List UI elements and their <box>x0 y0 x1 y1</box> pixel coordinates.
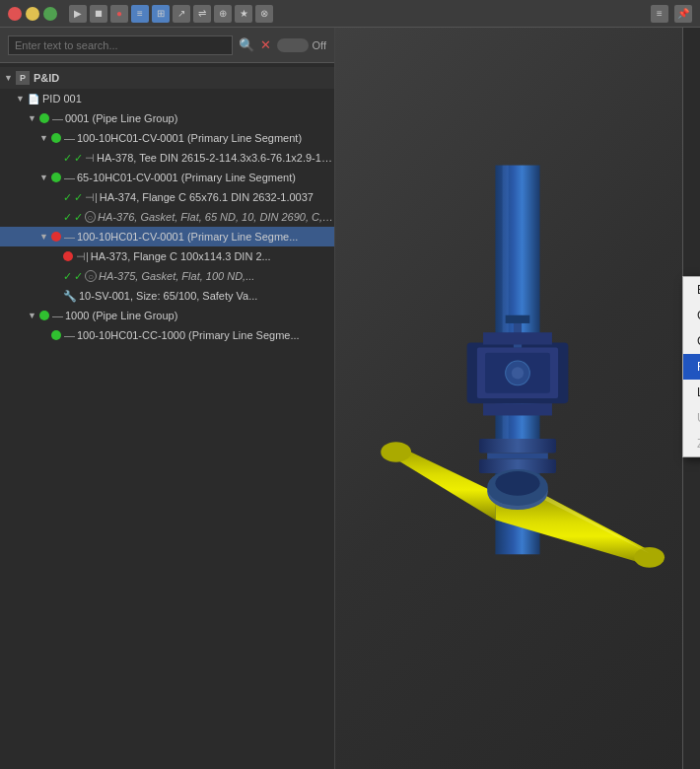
toolbar-icon-8[interactable]: ⊕ <box>214 5 232 23</box>
svg-point-18 <box>634 547 665 568</box>
right-panel: PLANTSPECDRIVEN Expand all Collapse Coll… <box>335 28 700 769</box>
status-dot-1000 <box>39 311 49 320</box>
search-bar: 🔍 ✕ Off <box>0 28 334 63</box>
label-ha375: HA-375, Gasket, Flat, 100 ND,... <box>99 270 254 282</box>
toolbar-icon-4[interactable]: ≡ <box>131 5 149 23</box>
context-menu-item-expand-all[interactable]: Expand all <box>683 277 700 303</box>
tree-item-cv0001-a[interactable]: ▼ — 100-10HC01-CV-0001 (Primary Line Seg… <box>0 128 334 148</box>
pid-icon: P <box>16 71 30 85</box>
toolbar-icon-1[interactable]: ▶ <box>69 5 87 23</box>
status-dot-0001 <box>39 113 49 123</box>
dash-cc1000: — <box>64 329 75 341</box>
menu-button[interactable]: ≡ <box>651 5 668 23</box>
svg-rect-8 <box>506 315 530 323</box>
clear-search-icon[interactable]: ✕ <box>260 37 271 52</box>
toolbar-icon-9[interactable]: ★ <box>235 5 252 23</box>
label-1000: 1000 (Pipe Line Group) <box>65 310 177 321</box>
context-menu-item-route[interactable]: Route <box>683 354 700 380</box>
svg-point-23 <box>495 471 539 496</box>
tree-item-ha376[interactable]: ✓ ✓ ○ HA-376, Gasket, Flat, 65 ND, 10, D… <box>0 207 334 227</box>
check2-ha378: ✓ <box>74 152 83 165</box>
expand-arrow-0001: ▼ <box>28 113 37 123</box>
dash-1000: — <box>52 310 63 321</box>
tree-item-sv001[interactable]: 🔧 10-SV-001, Size: 65/100, Safety Va... <box>0 286 334 306</box>
pipe-svg <box>335 28 700 769</box>
svg-marker-17 <box>396 445 496 520</box>
tree-item-ha375[interactable]: ✓ ✓ ○ HA-375, Gasket, Flat, 100 ND,... <box>0 266 334 286</box>
tree-item-0001[interactable]: ▼ — 0001 (Pipe Line Group) <box>0 108 334 128</box>
tree-item-pid001[interactable]: ▼ 📄 PID 001 <box>0 89 334 108</box>
root-label: P&ID <box>34 72 59 84</box>
check2-ha375: ✓ <box>74 270 83 283</box>
plus-ha374: ⊣| <box>85 191 98 204</box>
search-icon[interactable]: 🔍 <box>239 37 254 52</box>
context-menu: Expand all Collapse Collapse all Route L… <box>682 276 700 457</box>
label-0001: 0001 (Pipe Line Group) <box>65 112 177 124</box>
toggle-label: Off <box>313 39 326 51</box>
dash-65hc01: — <box>64 172 75 183</box>
check-ha378: ✓ <box>63 152 72 165</box>
tree-item-cv0001-b[interactable]: ▼ — 100-10HC01-CV-0001 (Primary Line Seg… <box>0 227 334 246</box>
svg-point-19 <box>381 442 411 462</box>
left-panel: 🔍 ✕ Off ▼ P P&ID ▼ 📄 PID 001 ▼ <box>0 28 335 769</box>
expand-arrow-cv0001b: ▼ <box>39 232 49 242</box>
title-bar: ▶ ⏹ ● ≡ ⊞ ↗ ⇌ ⊕ ★ ⊗ ≡ 📌 <box>0 0 700 28</box>
dash-cv0001b: — <box>64 231 75 243</box>
svg-rect-9 <box>483 332 552 344</box>
toolbar-icon-2[interactable]: ⏹ <box>90 5 107 23</box>
close-button[interactable] <box>8 7 22 21</box>
pid001-icon: 📄 <box>28 94 39 105</box>
label-sv001: 10-SV-001, Size: 65/100, Safety Va... <box>79 290 257 302</box>
svg-rect-11 <box>479 439 556 453</box>
tree-area[interactable]: ▼ P P&ID ▼ 📄 PID 001 ▼ — 0001 (Pipe Line… <box>0 63 334 769</box>
label-cv0001b: 100-10HC01-CV-0001 (Primary Line Segme..… <box>77 231 298 243</box>
toolbar-icon-6[interactable]: ↗ <box>173 5 190 23</box>
status-dot-cv0001a <box>51 133 61 143</box>
plus-ha373: ⊣| <box>76 250 89 263</box>
toggle-area: Off <box>277 38 326 52</box>
toolbar-icon-10[interactable]: ⊗ <box>255 5 273 23</box>
context-menu-item-unlink-3d: Unlink from 3D Object <box>683 405 700 431</box>
toolbar-icon-3[interactable]: ● <box>110 5 128 23</box>
dash-icon-0001: — <box>52 112 63 124</box>
minimize-button[interactable] <box>26 7 39 21</box>
label-ha374: HA-374, Flange C 65x76.1 DIN 2632-1.0037 <box>100 191 314 203</box>
status-dot-ha373 <box>63 251 73 261</box>
label-ha373: HA-373, Flange C 100x114.3 DIN 2... <box>91 250 271 262</box>
main-content: 🔍 ✕ Off ▼ P P&ID ▼ 📄 PID 001 ▼ <box>0 28 700 769</box>
check-ha374: ✓ <box>63 191 72 204</box>
maximize-button[interactable] <box>43 7 57 21</box>
expand-arrow-pid001: ▼ <box>16 94 26 104</box>
tree-item-ha378[interactable]: ✓ ✓ ⊣ HA-378, Tee DIN 2615-2-114.3x3.6-7… <box>0 148 334 168</box>
label-cv0001a: 100-10HC01-CV-0001 (Primary Line Segment… <box>77 132 302 144</box>
title-bar-right: ≡ 📌 <box>651 5 692 23</box>
dash-ha378: ⊣ <box>85 152 95 165</box>
wrench-sv001: 🔧 <box>63 290 77 303</box>
expand-arrow-65hc01: ▼ <box>39 173 49 182</box>
context-menu-item-link-3d[interactable]: Link with 3D Object <box>683 380 700 405</box>
check2-ha376: ✓ <box>74 211 83 224</box>
tree-item-65hc01[interactable]: ▼ — 65-10HC01-CV-0001 (Primary Line Segm… <box>0 168 334 187</box>
toolbar-icon-5[interactable]: ⊞ <box>152 5 170 23</box>
toolbar-icon-7[interactable]: ⇌ <box>193 5 211 23</box>
tree-item-1000[interactable]: ▼ — 1000 (Pipe Line Group) <box>0 306 334 325</box>
tree-item-ha373[interactable]: ⊣| HA-373, Flange C 100x114.3 DIN 2... <box>0 246 334 266</box>
expand-arrow-cv0001a: ▼ <box>39 133 49 143</box>
check2-ha374: ✓ <box>74 191 83 204</box>
tree-item-cc1000[interactable]: — 100-10HC01-CC-1000 (Primary Line Segme… <box>0 325 334 345</box>
tree-item-ha374[interactable]: ✓ ✓ ⊣| HA-374, Flange C 65x76.1 DIN 2632… <box>0 187 334 207</box>
context-menu-item-collapse[interactable]: Collapse <box>683 303 700 328</box>
context-menu-item-collapse-all[interactable]: Collapse all <box>683 328 700 354</box>
expand-arrow-root[interactable]: ▼ <box>4 73 14 83</box>
svg-point-6 <box>512 367 524 379</box>
pin-button[interactable]: 📌 <box>674 5 692 23</box>
expand-arrow-1000: ▼ <box>28 311 37 320</box>
circle-ha375: ○ <box>85 270 97 282</box>
search-input[interactable] <box>8 35 233 55</box>
label-65hc01: 65-10HC01-CV-0001 (Primary Line Segment) <box>77 172 296 183</box>
svg-rect-10 <box>483 403 552 415</box>
section-header-pid: ▼ P P&ID <box>0 67 334 89</box>
pid001-label: PID 001 <box>42 93 82 105</box>
toggle-switch[interactable] <box>277 38 309 52</box>
3d-viewport[interactable] <box>335 28 700 769</box>
